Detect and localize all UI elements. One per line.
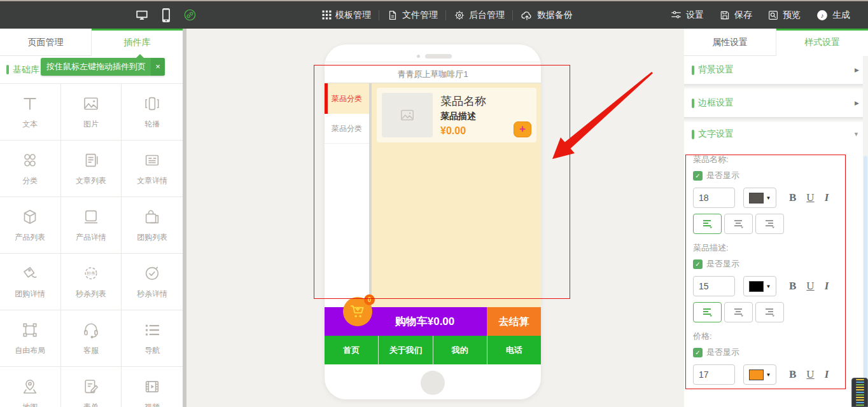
section-border-settings[interactable]: 边框设置 ▶: [684, 89, 868, 117]
align-center-button[interactable]: [724, 302, 753, 322]
plugin-library-panel: 页面管理 插件库 基础库 按住鼠标左键拖动插件到页 × 文本 图片 轮播 分类 …: [0, 29, 183, 407]
color-swatch: [749, 369, 764, 380]
link-icon[interactable]: [183, 8, 197, 22]
bold-button[interactable]: B: [789, 280, 796, 293]
font-size-input[interactable]: [693, 364, 735, 385]
section-text-settings[interactable]: 文字设置 ▼: [684, 122, 868, 146]
headset-icon: [81, 321, 101, 340]
menu-plugin-body[interactable]: 菜品分类 菜品分类 菜品名称 菜品描述 ¥0.00 +: [325, 83, 541, 307]
widget-map[interactable]: 地图: [0, 367, 61, 407]
menu-data-backup[interactable]: 数据备份: [513, 10, 580, 21]
widget-text[interactable]: 文本: [0, 84, 61, 141]
category-item[interactable]: 菜品分类: [325, 114, 369, 144]
nav-item-about[interactable]: 关于我们: [379, 336, 433, 364]
align-left-button[interactable]: [693, 214, 722, 234]
widget-free-layout[interactable]: 自由布局: [0, 310, 61, 367]
section-title: 文字设置: [698, 128, 734, 140]
widget-image[interactable]: 图片: [61, 84, 122, 141]
gear-icon: [454, 10, 465, 21]
nav-item-home[interactable]: 首页: [325, 336, 379, 364]
widget-seckill-detail[interactable]: 秒杀详情: [122, 254, 183, 310]
scrollbar-thumb[interactable]: [864, 156, 867, 407]
desktop-icon[interactable]: [135, 8, 149, 22]
preview-button[interactable]: 预览: [760, 10, 808, 21]
underline-button[interactable]: U: [806, 280, 814, 293]
nav-item-mine[interactable]: 我的: [433, 336, 487, 364]
chevron-down-icon[interactable]: ▼: [853, 131, 859, 137]
generate-button[interactable]: ♪ 生成: [808, 9, 858, 22]
italic-button[interactable]: I: [825, 368, 829, 381]
underline-button[interactable]: U: [806, 368, 814, 381]
menu-backend-manage[interactable]: 后台管理: [446, 10, 512, 21]
generate-icon: ♪: [816, 9, 829, 22]
widget-seckill-list[interactable]: 秒杀 秒杀列表: [61, 254, 122, 310]
align-right-button[interactable]: [755, 302, 784, 322]
settings-button[interactable]: 设置: [662, 9, 711, 21]
widget-product-detail[interactable]: 产品详情: [61, 197, 122, 254]
section-title: 边框设置: [698, 97, 734, 109]
font-color-select[interactable]: ▼: [743, 364, 776, 385]
widget-category[interactable]: 分类: [0, 141, 61, 197]
tooltip-close-button[interactable]: ×: [151, 58, 165, 76]
tab-attribute-settings[interactable]: 属性设置: [684, 29, 776, 56]
right-panel-scrollbar[interactable]: [863, 56, 868, 407]
checkbox-checked[interactable]: ✓: [693, 171, 703, 181]
widget-customer-service[interactable]: 客服: [61, 310, 122, 367]
category-item-active[interactable]: 菜品分类: [325, 83, 369, 114]
device-switch-group: [135, 1, 197, 29]
section-background-settings[interactable]: 背景设置 ▶: [684, 56, 868, 84]
underline-button[interactable]: U: [806, 191, 814, 204]
toggle-label: 是否显示: [706, 347, 739, 358]
svg-text:秒杀: 秒杀: [87, 271, 95, 276]
widget-form[interactable]: 表单: [61, 367, 122, 407]
tab-plugin-library[interactable]: 插件库: [92, 29, 183, 56]
floating-indicator-widget[interactable]: [851, 378, 868, 407]
font-color-select[interactable]: ▼: [743, 276, 776, 296]
show-toggle-row: ✓ 是否显示: [693, 170, 868, 181]
action-label: 设置: [686, 10, 704, 21]
nav-item-phone[interactable]: 电话: [487, 336, 541, 364]
menu-template-manage[interactable]: 模板管理: [314, 10, 379, 21]
text-style-buttons: B U I: [789, 191, 829, 204]
widget-article-detail[interactable]: 文章详情: [122, 141, 183, 197]
mobile-icon[interactable]: [162, 8, 171, 23]
italic-button[interactable]: I: [825, 191, 829, 204]
align-center-button[interactable]: [724, 214, 753, 234]
dish-card[interactable]: 菜品名称 菜品描述 ¥0.00 +: [377, 88, 536, 142]
field-label-dish-name: 菜品名称:: [693, 154, 868, 165]
font-controls-row: ▼ B U I: [693, 364, 868, 385]
widget-video[interactable]: 视频: [122, 367, 183, 407]
widget-article-list[interactable]: 文章列表: [61, 141, 122, 197]
font-color-select[interactable]: ▼: [743, 188, 776, 208]
menu-file-manage[interactable]: 文件管理: [379, 10, 445, 21]
bold-button[interactable]: B: [789, 368, 796, 381]
widget-group-detail[interactable]: 团购详情: [0, 254, 61, 310]
font-size-input[interactable]: [693, 276, 735, 296]
checkbox-checked[interactable]: ✓: [693, 259, 703, 269]
chevron-right-icon[interactable]: ▶: [855, 67, 859, 73]
align-left-button[interactable]: [693, 302, 722, 322]
tab-page-manage[interactable]: 页面管理: [0, 29, 92, 56]
save-button[interactable]: 保存: [711, 10, 760, 21]
save-icon: [719, 10, 731, 21]
checkout-button[interactable]: 去结算: [487, 307, 541, 336]
widget-label: 文本: [22, 119, 38, 130]
add-to-cart-button[interactable]: +: [514, 121, 531, 137]
widget-label: 分类: [22, 176, 38, 186]
italic-button[interactable]: I: [825, 280, 829, 293]
tab-style-settings[interactable]: 样式设置: [776, 29, 868, 56]
widget-carousel[interactable]: 轮播: [122, 84, 183, 141]
preview-icon: [767, 10, 779, 21]
checkbox-checked[interactable]: ✓: [693, 348, 703, 357]
chevron-right-icon[interactable]: ▶: [855, 100, 859, 106]
widget-product-list[interactable]: 产品列表: [0, 197, 61, 254]
align-right-button[interactable]: [755, 214, 784, 234]
widget-label: 客服: [83, 345, 99, 356]
section-accent-bar: [692, 130, 694, 139]
widget-navigation[interactable]: 导航: [122, 310, 183, 367]
toggle-label: 是否显示: [706, 170, 739, 181]
widget-group-list[interactable]: 团购列表: [122, 197, 183, 254]
font-size-input[interactable]: [693, 188, 735, 208]
bold-button[interactable]: B: [789, 191, 796, 204]
widget-label: 视频: [144, 402, 160, 407]
